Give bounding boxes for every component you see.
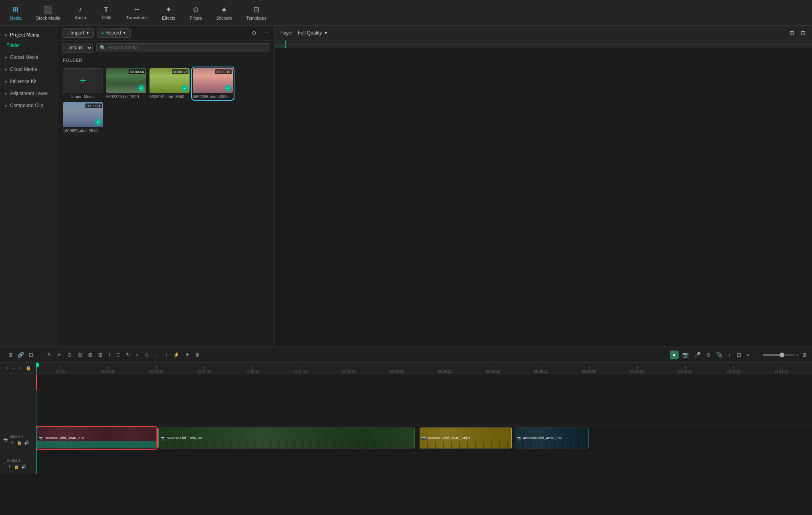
media-duration-3: 00:00:19 xyxy=(215,69,232,74)
media-icon: ⊞ xyxy=(12,5,18,14)
tl-clip-btn[interactable]: 📎 xyxy=(714,351,725,359)
tl-layout-btn[interactable]: ≡ xyxy=(745,351,752,359)
audio1-track-content[interactable] xyxy=(36,454,812,474)
tl-group-btn[interactable]: ⊡ xyxy=(27,351,35,359)
tl-crop-btn[interactable]: ⊞ xyxy=(96,351,105,359)
more-options-btn[interactable]: ⋯ xyxy=(261,28,270,38)
clip-cam-icon-4: 📷 xyxy=(517,436,521,440)
filter-icon-btn[interactable]: ⊙ xyxy=(250,28,258,38)
nav-item-filters[interactable]: ⊙ Filters xyxy=(183,3,208,23)
tl-add-track-btn[interactable]: ⊞ xyxy=(6,351,15,359)
nav-item-stock-media[interactable]: ⬛ Stock Media xyxy=(30,3,67,23)
ruler-left-panel: ⊞ ↔ ⊙ 🔒 xyxy=(0,363,36,374)
tl-split-btn[interactable]: ⊠ xyxy=(86,351,95,359)
media-check-3: ✓ xyxy=(225,85,231,91)
nav-item-stickers[interactable]: ★ Stickers xyxy=(210,3,238,23)
nav-label-stock-media: Stock Media xyxy=(36,16,61,20)
import-media-item[interactable]: + Import Media xyxy=(63,68,103,99)
timeline-ruler[interactable]: 00:00 00:04:25 00:09:20 00:14:15 xyxy=(36,363,812,374)
import-media-thumb[interactable]: + xyxy=(63,68,103,93)
sidebar-item-global-media[interactable]: ▶ Global Media xyxy=(0,51,58,63)
sidebar-item-project-media[interactable]: ▶ Project Media xyxy=(0,29,58,41)
player-label: Player xyxy=(279,30,293,36)
media-item-4[interactable]: 00:00:21 ✓ 1409899-uhd_3840_21... xyxy=(63,102,103,133)
nav-item-transitions[interactable]: ↔ Transitions xyxy=(120,3,154,22)
tl-pointer-btn[interactable]: ↖ xyxy=(45,351,54,359)
nav-item-templates[interactable]: ⊡ Templates xyxy=(240,3,273,23)
tl-grid-btn[interactable]: ⊞ xyxy=(800,351,809,359)
tl-fx-btn[interactable]: ✦ xyxy=(183,351,192,359)
video-clip-1[interactable]: 📷 5608091-uhd_3840_216... xyxy=(36,428,157,448)
tl-ripple-btn[interactable]: ⊙ xyxy=(65,351,74,359)
sidebar-item-compound-clip[interactable]: ▶ Compound Clip xyxy=(0,99,58,112)
tl-camera-btn[interactable]: 📷 xyxy=(680,351,691,359)
templates-icon: ⊡ xyxy=(253,5,259,14)
tl-voiceover-btn[interactable]: ⊙ xyxy=(704,351,713,359)
nav-label-stickers: Stickers xyxy=(216,16,232,20)
media-item-2[interactable]: 00:00:12 ✓ 5608091-uhd_3840_21... xyxy=(149,68,190,99)
media-item-3[interactable]: 00:00:19 ✓ 4652096-uhd_4096_21... xyxy=(193,68,233,99)
tl-text-btn[interactable]: T xyxy=(106,351,113,359)
nav-label-transitions: Transitions xyxy=(126,15,147,20)
audio1-lock-icon[interactable]: 🔒 xyxy=(13,464,20,470)
tl-ai-btn[interactable]: ⊕ xyxy=(193,351,202,359)
audio1-speaker-icon[interactable]: 🔊 xyxy=(20,464,27,470)
zoom-slider[interactable] xyxy=(763,354,795,356)
tl-box-btn[interactable]: □ xyxy=(115,351,122,359)
track-speaker-icon[interactable]: 🔊 xyxy=(23,440,30,446)
tl-speed-btn[interactable]: ⚡ xyxy=(171,351,182,359)
zoom-out-icon[interactable]: ↔ xyxy=(10,365,16,371)
record-button[interactable]: ● Record ▼ xyxy=(97,28,131,38)
tl-rotate-btn[interactable]: ↻ xyxy=(124,351,132,359)
ruler-mark-5: 00:24:05 xyxy=(277,366,325,373)
sidebar-folder-label[interactable]: Folder xyxy=(6,43,20,48)
search-input[interactable] xyxy=(108,45,267,51)
import-button[interactable]: ↓ Import ▼ xyxy=(62,28,94,38)
clip-cam-icon-3: 📷 xyxy=(422,436,426,440)
tl-link-btn[interactable]: 🔗 xyxy=(16,351,26,359)
video-clip-3[interactable]: 📷 5608091-uhd_3840_24fps xyxy=(420,428,512,448)
fit-to-window-icon[interactable]: ⊞ xyxy=(4,365,9,371)
video-clip-4[interactable]: 📷 4652096-uhd_4096_216... xyxy=(515,428,589,448)
media-name-1: 5692323-hd_1920_108... xyxy=(106,95,146,99)
preview-fullscreen-btn[interactable]: ⊡ xyxy=(799,28,807,38)
video1-track-row: 📷 Video 1 👁 🔒 🔊 📷 56080 xyxy=(0,426,812,454)
tl-diamond-btn[interactable]: ◇ xyxy=(143,351,151,359)
tl-separator-1 xyxy=(42,351,42,359)
quality-label: Full Quality xyxy=(298,30,322,36)
tl-active-marker-btn[interactable]: ● xyxy=(670,351,679,359)
track-eye-icon[interactable]: 👁 xyxy=(10,440,15,446)
nav-item-audio[interactable]: ♪ Audio xyxy=(69,3,93,22)
tl-timer-btn[interactable]: ⊡ xyxy=(735,351,743,359)
tl-export-btn[interactable]: ↑ xyxy=(726,351,733,359)
audio-icon: ♪ xyxy=(79,5,82,14)
tl-razor-btn[interactable]: ✂ xyxy=(55,351,64,359)
tl-mic-btn[interactable]: 🎤 xyxy=(692,351,703,359)
media-item-1[interactable]: 00:00:44 ✓ 5692323-hd_1920_108... xyxy=(106,68,146,99)
video-clip-2[interactable]: 📷 5692323-hd..1080_30... xyxy=(158,428,415,448)
nav-item-media[interactable]: ⊞ Media xyxy=(3,3,28,23)
nav-item-titles[interactable]: T Titles xyxy=(94,4,118,22)
lock-icon[interactable]: 🔒 xyxy=(25,365,32,371)
video1-track-content[interactable]: 📷 5608091-uhd_3840_216... 📷 5692323-hd..… xyxy=(36,426,812,454)
sort-select[interactable]: Default xyxy=(62,43,93,53)
sidebar-item-influence-kit[interactable]: ▶ Influence Kit xyxy=(0,75,58,87)
tl-circle-btn[interactable]: ○ xyxy=(134,351,141,359)
sidebar-item-cloud-media[interactable]: ▶ Cloud Media xyxy=(0,63,58,75)
upper-track-header xyxy=(0,374,36,426)
tl-audio-btn[interactable]: ♪ xyxy=(163,351,170,359)
media-thumb-1: 00:00:44 ✓ xyxy=(106,68,146,93)
audio1-track-row: ♪ Audio 1 👁 🔒 🔊 xyxy=(0,454,812,474)
nav-item-effects[interactable]: ✦ Effects xyxy=(156,3,182,23)
sidebar-label-compound-clip: Compound Clip xyxy=(10,103,43,108)
sidebar-item-adjustment-layer[interactable]: ▶ Adjustment Layer xyxy=(0,87,58,99)
ruler-mark-13: 01:02:26 xyxy=(661,366,709,373)
audio1-eye-icon[interactable]: 👁 xyxy=(7,464,12,470)
media-thumb-3: 00:00:19 ✓ xyxy=(193,68,233,93)
preview-grid-btn[interactable]: ⊞ xyxy=(788,28,796,38)
magnet-icon[interactable]: ⊙ xyxy=(18,365,23,371)
tl-arrow-btn[interactable]: → xyxy=(152,351,162,359)
quality-select-btn[interactable]: Full Quality ▼ xyxy=(298,30,328,36)
tl-delete-btn[interactable]: 🗑 xyxy=(75,351,85,359)
track-lock-icon[interactable]: 🔒 xyxy=(16,440,22,446)
